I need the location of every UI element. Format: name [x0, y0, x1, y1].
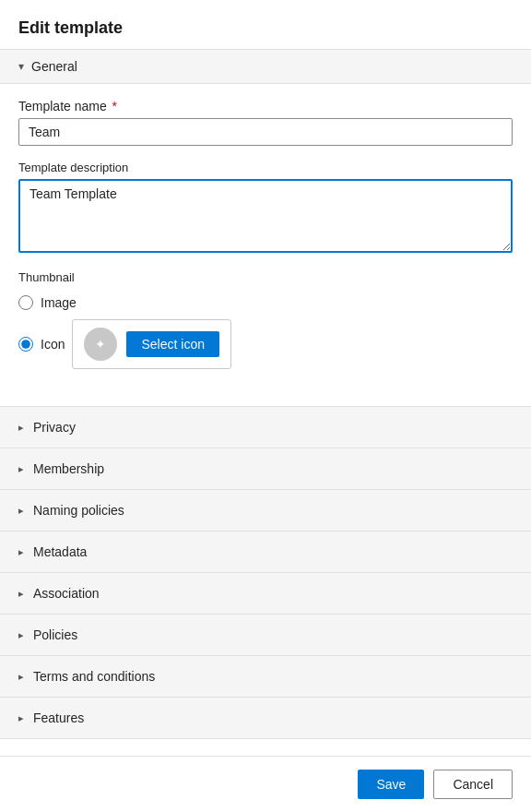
section-policies: ▸ Policies [0, 615, 531, 656]
icon-preview: ✦ [84, 328, 117, 361]
general-content: Template name * Template description Tea… [0, 84, 531, 407]
thumbnail-label: Thumbnail [18, 270, 513, 284]
section-terms-and-conditions: ▸ Terms and conditions [0, 656, 531, 698]
section-label-6: Terms and conditions [33, 669, 155, 684]
chevron-right-icon-3: ▸ [18, 546, 24, 558]
section-privacy: ▸ Privacy [0, 407, 531, 448]
general-section-panel: ▾ General [0, 49, 531, 84]
general-section-label: General [31, 59, 77, 74]
chevron-right-icon-5: ▸ [18, 629, 24, 641]
section-header-5[interactable]: ▸ Policies [0, 615, 531, 655]
cancel-button[interactable]: Cancel [433, 770, 513, 799]
general-chevron-icon: ▾ [18, 60, 24, 73]
template-description-label: Template description [18, 161, 513, 174]
section-label-7: Features [33, 710, 84, 725]
section-label-2: Naming policies [33, 503, 124, 518]
section-header-0[interactable]: ▸ Privacy [0, 407, 531, 448]
section-header-6[interactable]: ▸ Terms and conditions [0, 656, 531, 697]
page-container: Edit template ▾ General Template name * … [0, 0, 531, 812]
chevron-right-icon-7: ▸ [18, 712, 24, 724]
template-description-field-group: Template description Team Template [18, 161, 513, 256]
select-icon-button[interactable]: Select icon [126, 331, 218, 357]
template-name-input[interactable] [18, 118, 513, 146]
section-label-4: Association [33, 586, 100, 601]
section-label-1: Membership [33, 461, 104, 476]
chevron-right-icon-2: ▸ [18, 505, 24, 517]
icon-radio-label[interactable]: Icon [41, 337, 65, 352]
section-header-3[interactable]: ▸ Metadata [0, 531, 531, 572]
bottom-bar: Save Cancel [0, 756, 531, 812]
chevron-right-icon-0: ▸ [18, 422, 24, 434]
chevron-right-icon-6: ▸ [18, 671, 24, 683]
chevron-right-icon-4: ▸ [18, 588, 24, 600]
icon-radio-row: Icon ✦ Select icon [18, 319, 513, 369]
thumbnail-field-group: Thumbnail Image Icon ✦ Select icon [18, 270, 513, 369]
image-radio-row: Image [18, 295, 513, 310]
section-header-4[interactable]: ▸ Association [0, 573, 531, 614]
section-association: ▸ Association [0, 573, 531, 615]
general-section-header[interactable]: ▾ General [0, 50, 531, 83]
section-header-2[interactable]: ▸ Naming policies [0, 490, 531, 531]
sections-container: ▸ Privacy ▸ Membership ▸ Naming policies… [0, 407, 531, 739]
chevron-right-icon-1: ▸ [18, 463, 24, 475]
section-label-0: Privacy [33, 420, 76, 435]
section-features: ▸ Features [0, 698, 531, 739]
image-radio-label[interactable]: Image [41, 295, 77, 310]
section-header-1[interactable]: ▸ Membership [0, 448, 531, 489]
section-membership: ▸ Membership [0, 448, 531, 490]
template-name-field-group: Template name * [18, 99, 513, 146]
save-button[interactable]: Save [358, 770, 424, 799]
section-header-7[interactable]: ▸ Features [0, 698, 531, 738]
template-name-label: Template name * [18, 99, 513, 113]
icon-radio[interactable] [18, 337, 33, 352]
icon-selector-row: ✦ Select icon [72, 319, 230, 369]
section-metadata: ▸ Metadata [0, 531, 531, 573]
page-title: Edit template [0, 0, 531, 49]
image-radio[interactable] [18, 295, 33, 310]
section-naming-policies: ▸ Naming policies [0, 490, 531, 531]
template-description-input[interactable]: Team Template [18, 179, 513, 253]
required-star: * [109, 99, 117, 113]
section-label-5: Policies [33, 627, 77, 642]
section-label-3: Metadata [33, 544, 87, 559]
icon-preview-symbol: ✦ [95, 337, 106, 352]
